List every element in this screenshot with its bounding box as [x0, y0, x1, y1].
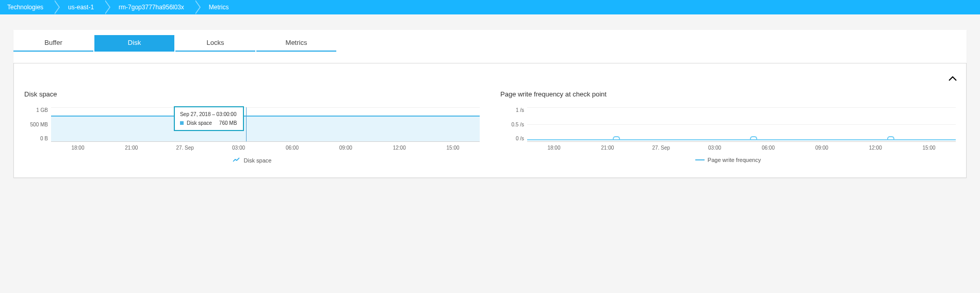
- series-swatch-icon: [180, 121, 184, 125]
- data-spike: [887, 136, 894, 140]
- tab-label: Buffer: [44, 39, 62, 46]
- x-tick: 06:00: [742, 145, 795, 151]
- x-tick: 12:00: [372, 145, 426, 151]
- x-axis: 18:00 21:00 27. Sep 03:00 06:00 09:00 12…: [51, 145, 480, 151]
- y-axis: 1 GB 500 MB 0 B: [24, 107, 51, 141]
- line-swatch-icon: [695, 159, 705, 160]
- x-tick: 06:00: [266, 145, 319, 151]
- tooltip-series-value: 760 MB: [219, 120, 237, 126]
- area-series-disk-space: [51, 116, 480, 141]
- x-tick: 03:00: [688, 145, 742, 151]
- chevron-up-icon: [949, 73, 957, 83]
- x-tick: 27. Sep: [158, 145, 212, 151]
- breadcrumb-label: Technologies: [7, 4, 43, 11]
- tab-bar: Buffer Disk Locks Metrics: [13, 30, 967, 52]
- tab-label: Locks: [207, 39, 224, 46]
- legend-label: Disk space: [244, 157, 272, 164]
- x-tick: 21:00: [105, 145, 158, 151]
- hover-line: [246, 107, 247, 141]
- legend: Disk space: [24, 157, 480, 164]
- breadcrumb-label: rm-7gop3777ha956l03x: [119, 4, 184, 11]
- breadcrumb-label: us-east-1: [68, 4, 94, 11]
- tab-label: Metrics: [286, 39, 307, 46]
- y-tick: 1 GB: [24, 107, 48, 113]
- tab-buffer[interactable]: Buffer: [13, 35, 93, 52]
- x-tick: 15:00: [426, 145, 480, 151]
- data-spike: [613, 136, 620, 140]
- x-tick: 03:00: [212, 145, 266, 151]
- x-tick: 27. Sep: [634, 145, 688, 151]
- y-tick: 0.5 /s: [500, 122, 524, 127]
- line-chart-icon: [233, 157, 240, 164]
- tooltip-series-name: Disk space: [187, 120, 212, 126]
- metrics-panel: Buffer Disk Locks Metrics Disk space 1 G…: [13, 30, 967, 178]
- chart-title: Disk space: [24, 90, 480, 98]
- breadcrumb: Technologies us-east-1 rm-7gop3777ha956l…: [0, 0, 980, 14]
- y-axis: 1 /s 0.5 /s 0 /s: [500, 107, 527, 141]
- tooltip-timestamp: Sep 27, 2018 – 03:00:00: [180, 111, 238, 117]
- plot-area[interactable]: Sep 27, 2018 – 03:00:00 Disk space 760 M…: [51, 107, 480, 142]
- breadcrumb-label: Metrics: [209, 4, 229, 11]
- x-tick: 21:00: [581, 145, 634, 151]
- y-tick: 0 /s: [500, 136, 524, 141]
- chart-page-write-frequency: Page write frequency at check point 1 /s…: [500, 90, 956, 164]
- tab-label: Disk: [128, 39, 141, 46]
- x-tick: 18:00: [51, 145, 105, 151]
- tab-disk[interactable]: Disk: [94, 35, 174, 52]
- x-tick: 15:00: [902, 145, 956, 151]
- chart-title: Page write frequency at check point: [500, 90, 956, 98]
- legend-label: Page write frequency: [708, 157, 761, 163]
- collapse-toggle[interactable]: [949, 73, 957, 84]
- breadcrumb-item-technologies[interactable]: Technologies: [0, 0, 54, 14]
- plot-area[interactable]: [527, 107, 956, 142]
- chart-disk-space: Disk space 1 GB 500 MB 0 B: [24, 90, 480, 164]
- tab-locks[interactable]: Locks: [175, 35, 255, 52]
- tab-metrics[interactable]: Metrics: [256, 35, 336, 52]
- x-tick: 09:00: [319, 145, 372, 151]
- breadcrumb-item-instance[interactable]: rm-7gop3777ha956l03x: [104, 0, 194, 14]
- y-tick: 1 /s: [500, 107, 524, 113]
- y-tick: 0 B: [24, 136, 48, 141]
- x-axis: 18:00 21:00 27. Sep 03:00 06:00 09:00 12…: [527, 145, 956, 151]
- y-tick: 500 MB: [24, 122, 48, 127]
- x-tick: 09:00: [795, 145, 848, 151]
- breadcrumb-item-metrics[interactable]: Metrics: [194, 0, 239, 14]
- disk-card: Disk space 1 GB 500 MB 0 B: [13, 63, 967, 178]
- x-tick: 12:00: [848, 145, 902, 151]
- breadcrumb-item-region[interactable]: us-east-1: [54, 0, 104, 14]
- x-tick: 18:00: [527, 145, 581, 151]
- tooltip: Sep 27, 2018 – 03:00:00 Disk space 760 M…: [174, 106, 244, 131]
- legend: Page write frequency: [500, 157, 956, 163]
- data-spike: [750, 136, 757, 140]
